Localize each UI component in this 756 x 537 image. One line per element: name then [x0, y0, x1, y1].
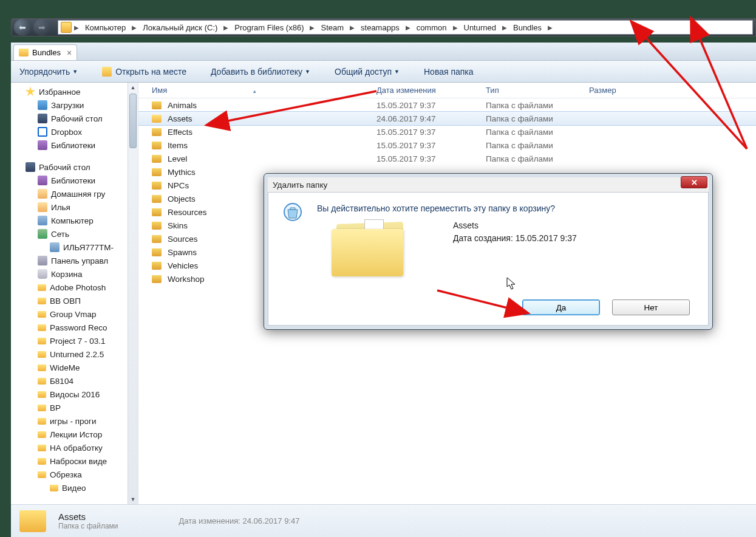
sidebar-item-downloads[interactable]: Загрузки [11, 98, 138, 112]
sidebar-item-trash[interactable]: Корзина [11, 267, 138, 281]
breadcrumb-item[interactable]: Program Files (x86) [231, 23, 307, 32]
library-icon [38, 176, 47, 185]
folder-icon [152, 248, 162, 256]
file-name: Sources [168, 234, 198, 244]
sidebar-item-libraries[interactable]: Библиотеки [11, 139, 138, 152]
sidebar-item[interactable]: НА обработку [11, 441, 138, 454]
sidebar-item[interactable]: игры - проги [11, 414, 138, 428]
no-button[interactable]: Нет [612, 299, 690, 315]
breadcrumb-item[interactable]: common [413, 23, 451, 32]
sidebar-item[interactable]: BB ОВП [11, 294, 138, 307]
folder-icon [152, 128, 162, 136]
scroll-down-icon[interactable]: ▼ [128, 494, 138, 504]
file-name: Items [168, 141, 188, 150]
file-date: 15.05.2017 9:37 [376, 101, 486, 110]
sidebar-item-network[interactable]: Сеть [11, 227, 138, 241]
sidebar-item[interactable]: Group Vmap [11, 307, 138, 321]
breadcrumb-item[interactable]: Локальный диск (C:) [139, 23, 221, 32]
file-row[interactable]: Items15.05.2017 9:37Папка с файлами [138, 139, 756, 152]
folder-large-icon [19, 510, 46, 532]
file-name: Effects [168, 128, 192, 137]
scrollbar[interactable]: ▲ ▼ [128, 83, 138, 504]
sidebar-item-computer[interactable]: Компьютер [11, 214, 138, 227]
file-name: Level [168, 154, 187, 163]
file-date: 15.05.2017 9:37 [376, 141, 486, 150]
delete-dialog: Удалить папку ✕ Вы действительно хотите … [264, 173, 713, 330]
sidebar-item[interactable]: Домашняя гру [11, 187, 138, 200]
folder-icon [38, 418, 46, 425]
col-type: Тип [486, 86, 589, 95]
sidebar-item[interactable]: WideMe [11, 361, 138, 374]
sidebar-item[interactable]: ИЛЬЯ777TM- [11, 241, 138, 254]
tab-strip: Bundles × [11, 43, 756, 61]
column-headers[interactable]: Имя▲ Дата изменения Тип Размер [138, 83, 756, 98]
close-icon[interactable]: × [67, 48, 72, 58]
sidebar-item[interactable]: Наброски виде [11, 454, 138, 468]
breadcrumb-item[interactable]: Unturned [460, 23, 500, 32]
file-name: Resources [168, 208, 207, 217]
file-name: Objects [168, 194, 196, 204]
sidebar-item[interactable]: Видосы 2016 [11, 388, 138, 401]
organize-button[interactable]: Упорядочить▼ [19, 67, 78, 77]
sidebar-item[interactable]: Илья [11, 200, 138, 214]
yes-button[interactable]: Да [522, 299, 600, 315]
file-row[interactable]: Level15.05.2017 9:37Папка с файлами [138, 152, 756, 165]
control-panel-icon [38, 256, 47, 265]
breadcrumb-item[interactable]: Bundles [509, 23, 545, 32]
scroll-thumb[interactable] [129, 94, 137, 148]
nav-back-button[interactable]: ⬅ [14, 19, 31, 36]
sidebar-item[interactable]: Лекции Истор [11, 428, 138, 441]
sidebar-item[interactable]: Библиотеки [11, 174, 138, 187]
sidebar-item[interactable]: Обрезка [11, 468, 138, 481]
folder-icon [61, 22, 72, 33]
chevron-down-icon: ▼ [305, 69, 310, 75]
add-library-button[interactable]: Добавить в библиотеку▼ [211, 67, 310, 77]
file-date: 24.06.2017 9:47 [376, 114, 486, 123]
sidebar-item[interactable]: Б8104 [11, 374, 138, 388]
folder-icon [152, 195, 162, 203]
file-name: Animals [168, 101, 197, 110]
folder-icon [38, 351, 46, 358]
sidebar-item-control-panel[interactable]: Панель управл [11, 254, 138, 267]
file-date: 15.05.2017 9:37 [376, 128, 486, 137]
folder-icon [50, 485, 58, 491]
file-row[interactable]: Effects15.05.2017 9:37Папка с файлами [138, 125, 756, 139]
file-date: 15.05.2017 9:37 [376, 154, 486, 163]
tab-bundles[interactable]: Bundles × [13, 44, 77, 60]
file-row[interactable]: Assets24.06.2017 9:47Папка с файлами [138, 112, 756, 125]
sidebar-item[interactable]: Видео [11, 481, 138, 494]
file-row[interactable]: Animals15.05.2017 9:37Папка с файлами [138, 98, 756, 112]
folder-icon [38, 311, 46, 318]
breadcrumb[interactable]: ▶ Компьютер ▶ Локальный диск (C:) ▶ Prog… [58, 20, 753, 35]
sidebar-item[interactable]: Project 7 - 03.1 [11, 334, 138, 347]
sort-asc-icon: ▲ [252, 89, 257, 94]
folder-icon [152, 101, 162, 109]
address-bar: ⬅ ➡ ▶ Компьютер ▶ Локальный диск (C:) ▶ … [11, 18, 756, 36]
desktop-icon [38, 114, 47, 123]
new-folder-button[interactable]: Новая папка [424, 67, 474, 77]
sidebar-item[interactable]: Adobe Photosh [11, 281, 138, 294]
sidebar-item-dropbox[interactable]: Dropbox [11, 125, 138, 139]
sidebar-item[interactable]: BP [11, 401, 138, 414]
folder-preview-icon [332, 218, 410, 279]
library-icon [38, 140, 47, 150]
sidebar-item[interactable]: Unturned 2.2.5 [11, 347, 138, 361]
sidebar-item-desktop[interactable]: Рабочий стол [11, 112, 138, 125]
details-name: Assets [58, 511, 118, 522]
open-button[interactable]: Открыть на месте [102, 67, 186, 77]
nav-forward-button[interactable]: ➡ [33, 19, 50, 36]
sidebar-desktop-root[interactable]: Рабочий стол [11, 160, 138, 174]
breadcrumb-item[interactable]: steamapps [357, 23, 403, 32]
file-name: NPCs [168, 181, 189, 190]
sidebar-favorites[interactable]: Избранное [11, 85, 138, 98]
share-button[interactable]: Общий доступ▼ [335, 67, 400, 77]
dialog-close-button[interactable]: ✕ [681, 176, 707, 188]
file-name: Workshop [168, 275, 205, 284]
sidebar-item[interactable]: Password Reco [11, 321, 138, 334]
scroll-up-icon[interactable]: ▲ [128, 83, 138, 92]
file-type: Папка с файлами [486, 128, 589, 137]
breadcrumb-item[interactable]: Компьютер [81, 23, 129, 32]
breadcrumb-item[interactable]: Steam [317, 23, 347, 32]
sidebar[interactable]: Избранное Загрузки Рабочий стол Dropbox … [11, 83, 138, 504]
details-meta: Дата изменения: 24.06.2017 9:47 [179, 516, 300, 525]
